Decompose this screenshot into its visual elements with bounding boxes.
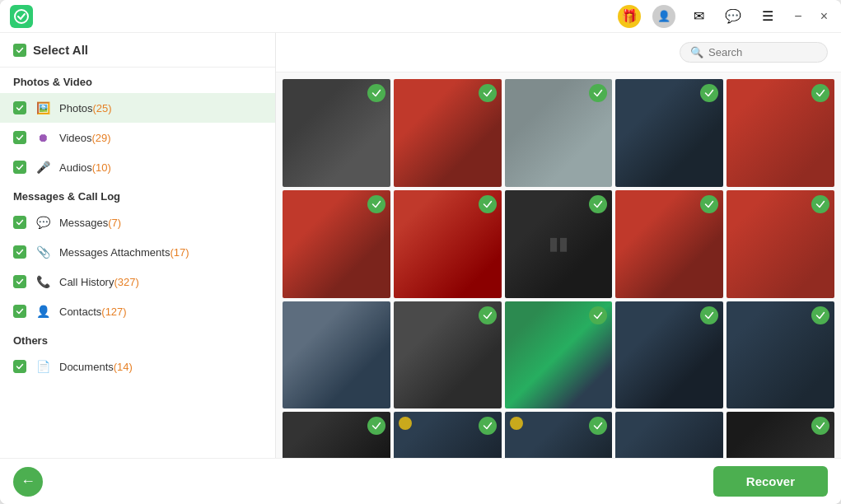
photo-check-icon: [479, 417, 497, 435]
titlebar-icons: 🎁 👤 ✉ 💬 ☰ − ×: [618, 5, 831, 28]
search-box[interactable]: 🔍: [680, 42, 828, 63]
close-button[interactable]: ×: [817, 6, 831, 27]
app-window: 🎁 👤 ✉ 💬 ☰ − × Select All Photos & Video: [0, 0, 841, 504]
photo-check-icon: [700, 195, 718, 213]
photo-check-icon: [367, 417, 385, 435]
sidebar: Select All Photos & Video 🖼️ Photos(25) …: [0, 33, 276, 458]
sidebar-item-attachments[interactable]: 📎 Messages Attachments(17): [0, 237, 275, 267]
photo-check-icon: [811, 417, 829, 435]
mail-icon[interactable]: ✉: [687, 5, 710, 28]
search-input[interactable]: [708, 46, 817, 58]
photo-check-icon: [700, 306, 718, 324]
documents-label: Documents(14): [59, 361, 262, 373]
sidebar-item-calls[interactable]: 📞 Call History(327): [0, 267, 275, 296]
svg-point-0: [15, 10, 28, 23]
photo-cell[interactable]: [615, 412, 723, 458]
toolbar: 🔍: [276, 33, 841, 72]
calls-icon: 📞: [35, 273, 51, 290]
gift-icon[interactable]: 🎁: [618, 5, 641, 28]
photo-cell[interactable]: [394, 79, 502, 187]
photo-grid: ▮▮: [283, 79, 834, 458]
photo-cell[interactable]: [727, 79, 834, 187]
photo-cell[interactable]: [283, 79, 390, 187]
photo-cell[interactable]: [505, 301, 613, 409]
contacts-label: Contacts(127): [59, 306, 262, 318]
messages-checkbox[interactable]: [13, 216, 26, 229]
sidebar-item-videos[interactable]: ⏺ Videos(29): [0, 123, 275, 152]
select-all-row[interactable]: Select All: [13, 43, 262, 57]
select-all-label: Select All: [33, 43, 88, 57]
photo-cell[interactable]: ▮▮: [505, 190, 613, 298]
back-button[interactable]: ←: [13, 467, 43, 497]
attachments-icon: 📎: [35, 244, 51, 260]
photo-check-icon: [589, 306, 607, 324]
photo-check-icon: [589, 84, 607, 102]
bottom-bar: ← Recover: [0, 458, 841, 504]
attachments-label: Messages Attachments(17): [59, 246, 262, 259]
photo-cell[interactable]: [394, 301, 502, 409]
photo-cell[interactable]: [283, 301, 390, 409]
audios-icon: 🎤: [35, 159, 51, 175]
photos-label: Photos(25): [59, 102, 262, 114]
audios-label: Audios(10): [59, 161, 262, 174]
menu-icon[interactable]: ☰: [756, 5, 779, 28]
calls-checkbox[interactable]: [13, 275, 26, 288]
photo-cell[interactable]: [727, 301, 834, 409]
photos-checkbox[interactable]: [13, 101, 26, 114]
photo-cell[interactable]: [505, 79, 613, 187]
user-icon[interactable]: 👤: [652, 5, 675, 28]
sidebar-item-messages[interactable]: 💬 Messages(7): [0, 208, 275, 237]
photo-check-icon: [811, 306, 829, 324]
select-all-checkbox[interactable]: [13, 44, 26, 57]
photo-check-icon: [811, 84, 829, 102]
app-logo: [10, 5, 33, 28]
photo-cell[interactable]: [283, 412, 390, 458]
messages-icon: 💬: [35, 214, 51, 231]
videos-icon: ⏺: [35, 129, 51, 146]
contacts-icon: 👤: [35, 303, 51, 320]
sidebar-item-audios[interactable]: 🎤 Audios(10): [0, 152, 275, 182]
titlebar-left: [10, 5, 33, 28]
photo-cell[interactable]: [283, 190, 390, 298]
section-messages: Messages & Call Log: [0, 182, 275, 208]
photo-check-icon: [367, 84, 385, 102]
calls-label: Call History(327): [59, 276, 262, 288]
photo-cell[interactable]: [615, 301, 723, 409]
sidebar-header: Select All: [0, 33, 275, 68]
videos-label: Videos(29): [59, 132, 262, 144]
contacts-checkbox[interactable]: [13, 305, 26, 318]
chat-icon[interactable]: 💬: [722, 5, 745, 28]
photo-cell[interactable]: [727, 412, 834, 458]
photo-check-icon: [589, 195, 607, 213]
section-photos-video: Photos & Video: [0, 68, 275, 93]
photo-check-icon: [700, 84, 718, 102]
photos-icon: 🖼️: [35, 100, 51, 116]
photo-check-icon: [811, 195, 829, 213]
attachments-checkbox[interactable]: [13, 245, 26, 259]
photo-check-icon: [589, 417, 607, 435]
photo-cell[interactable]: [394, 190, 502, 298]
photo-cell[interactable]: [615, 190, 723, 298]
sidebar-item-photos[interactable]: 🖼️ Photos(25): [0, 93, 275, 123]
photo-cell[interactable]: [727, 190, 834, 298]
section-others: Others: [0, 326, 275, 352]
photo-check-icon: [479, 195, 497, 213]
minimize-button[interactable]: −: [791, 6, 805, 27]
photo-cell[interactable]: [615, 79, 723, 187]
search-icon: 🔍: [690, 46, 703, 58]
photo-grid-container: ▮▮: [276, 72, 841, 458]
documents-icon: 📄: [35, 358, 51, 375]
sidebar-item-contacts[interactable]: 👤 Contacts(127): [0, 296, 275, 326]
photo-check-icon: [479, 84, 497, 102]
right-panel: 🔍: [276, 33, 841, 458]
messages-label: Messages(7): [59, 217, 262, 229]
titlebar: 🎁 👤 ✉ 💬 ☰ − ×: [0, 0, 841, 33]
sidebar-item-documents[interactable]: 📄 Documents(14): [0, 352, 275, 381]
photo-check-icon: [367, 195, 385, 213]
videos-checkbox[interactable]: [13, 131, 26, 144]
audios-checkbox[interactable]: [13, 161, 26, 174]
photo-cell[interactable]: [394, 412, 502, 458]
recover-button[interactable]: Recover: [713, 466, 828, 497]
documents-checkbox[interactable]: [13, 360, 26, 373]
photo-cell[interactable]: [505, 412, 613, 458]
